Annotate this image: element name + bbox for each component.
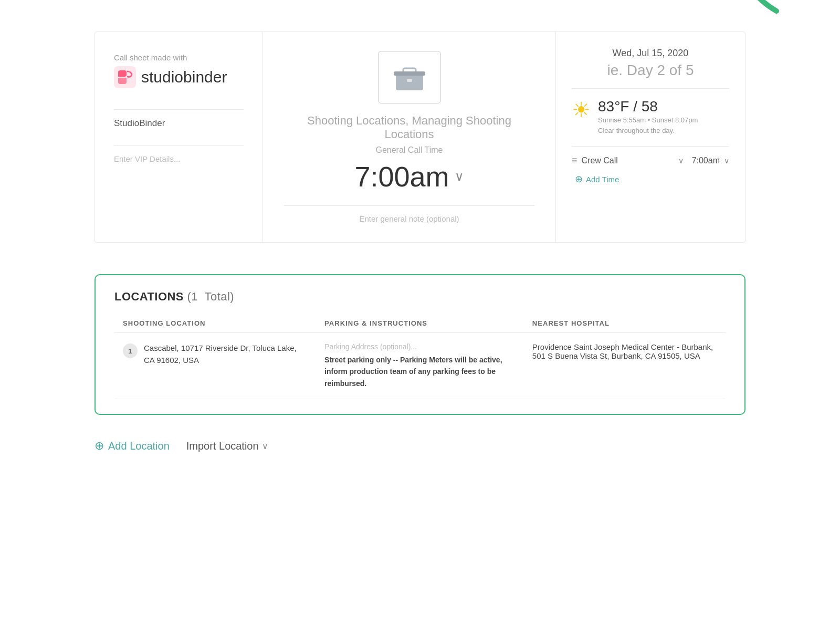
right-divider-2 (572, 146, 729, 147)
vip-details[interactable]: Enter VIP Details... (114, 154, 244, 163)
hospital-address[interactable]: Providence Saint Joseph Medical Center -… (532, 342, 717, 360)
temp-block: 83°F / 58 Sunrise 5:55am • Sunset 8:07pm… (598, 98, 698, 136)
call-time-value[interactable]: 7:00am ∨ (354, 160, 464, 193)
add-location-circle-icon: ⊕ (94, 439, 104, 453)
temperature-main: 83°F / 58 (598, 98, 698, 115)
sunrise-info: Sunrise 5:55am • Sunset 8:07pm (598, 115, 698, 126)
col-header-shooting: SHOOTING LOCATION (114, 314, 316, 333)
center-panel: Shooting Locations, Managing Shooting Lo… (263, 32, 556, 242)
briefcase-icon (394, 63, 425, 92)
svg-rect-0 (114, 66, 136, 88)
green-arrow-annotation (708, 0, 792, 22)
shooting-location-cell: 1 Cascabel, 10717 Riverside Dr, Toluca L… (114, 333, 316, 399)
bottom-actions: ⊕ Add Location Import Location ∨ (94, 434, 746, 458)
top-section: Call sheet made with studiobinder Studio… (94, 32, 746, 243)
studiobinder-logo-icon (114, 66, 136, 88)
import-location-button[interactable]: Import Location ∨ (186, 440, 268, 452)
add-time-label: Add Time (586, 175, 619, 184)
add-time-circle-icon: ⊕ (575, 173, 583, 185)
add-location-label: Add Location (108, 440, 170, 452)
date-display: Wed, Jul 15, 2020 (572, 48, 729, 59)
import-location-chevron-icon: ∨ (262, 441, 268, 451)
locations-total-text: (1 Total) (187, 290, 234, 303)
import-location-label: Import Location (186, 440, 259, 452)
crew-call-time: 7:00am (692, 156, 720, 165)
parking-note[interactable]: Street parking only -- Parking Meters wi… (324, 354, 516, 389)
divider-2 (114, 145, 244, 146)
right-panel: Wed, Jul 15, 2020 ie. Day 2 of 5 ☀ 83°F … (556, 32, 745, 242)
crew-call-chevron-icon[interactable]: ∨ (678, 157, 684, 165)
crew-call-row: ≡ Crew Call ∨ 7:00am ∨ (572, 155, 729, 166)
locations-header: LOCATIONS (1 Total) (114, 290, 726, 304)
location-number: 1 (123, 343, 138, 358)
col-header-parking: PARKING & INSTRUCTIONS (316, 314, 524, 333)
weather-description: Clear throughout the day. (598, 126, 698, 136)
add-time-button[interactable]: ⊕ Add Time (575, 173, 729, 185)
day-display: ie. Day 2 of 5 (572, 62, 729, 79)
parking-cell: Parking Address (optional)... Street par… (316, 333, 524, 399)
col-header-hospital: NEAREST HOSPITAL (524, 314, 726, 333)
sun-icon: ☀ (572, 99, 591, 120)
crew-time-chevron-icon[interactable]: ∨ (724, 157, 729, 165)
hospital-cell: Providence Saint Joseph Medical Center -… (524, 333, 726, 399)
locations-title: LOCATIONS (114, 290, 184, 303)
add-location-button[interactable]: ⊕ Add Location (94, 439, 170, 453)
call-time-chevron-icon[interactable]: ∨ (455, 169, 464, 184)
center-divider (284, 205, 534, 206)
divider-1 (114, 109, 244, 110)
general-note[interactable]: Enter general note (optional) (359, 214, 459, 223)
hamburger-icon: ≡ (572, 155, 578, 166)
shooting-title: Shooting Locations, Managing Shooting Lo… (284, 114, 534, 141)
logo-area: studiobinder (114, 66, 244, 88)
call-time-label: General Call Time (375, 145, 443, 155)
locations-table: SHOOTING LOCATION PARKING & INSTRUCTIONS… (114, 314, 726, 399)
svg-rect-3 (394, 71, 425, 76)
left-panel: Call sheet made with studiobinder Studio… (95, 32, 263, 242)
parking-optional-placeholder[interactable]: Parking Address (optional)... (324, 342, 516, 351)
location-address[interactable]: Cascabel, 10717 Riverside Dr, Toluca Lak… (144, 342, 308, 366)
call-sheet-label: Call sheet made with (114, 53, 244, 62)
logo-text: studiobinder (141, 68, 227, 86)
svg-rect-4 (407, 79, 412, 82)
table-header-row: SHOOTING LOCATION PARKING & INSTRUCTIONS… (114, 314, 726, 333)
locations-section: LOCATIONS (1 Total) SHOOTING LOCATION PA… (94, 274, 746, 415)
briefcase-icon-wrap (378, 51, 441, 103)
company-name: StudioBinder (114, 118, 244, 129)
weather-row: ☀ 83°F / 58 Sunrise 5:55am • Sunset 8:07… (572, 98, 729, 136)
call-time-text: 7:00am (354, 160, 449, 193)
crew-call-label: Crew Call (582, 156, 674, 165)
table-row: 1 Cascabel, 10717 Riverside Dr, Toluca L… (114, 333, 726, 399)
right-divider-1 (572, 88, 729, 89)
